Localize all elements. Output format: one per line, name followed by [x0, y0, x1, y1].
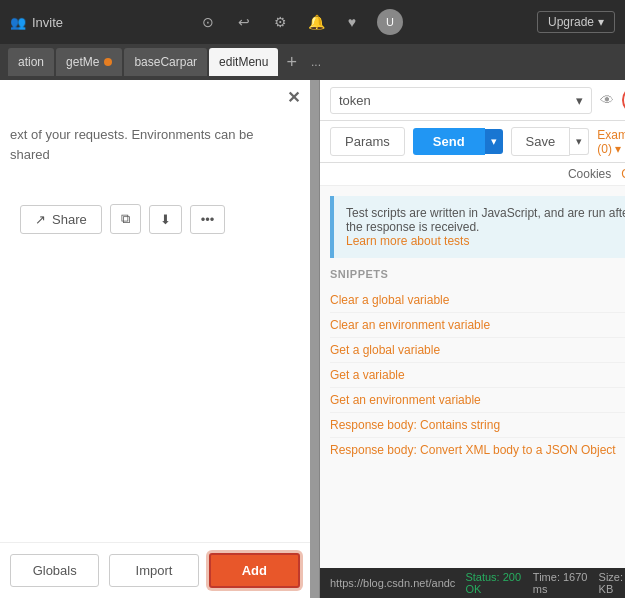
learn-more-link[interactable]: Learn more about tests	[346, 234, 469, 248]
upgrade-button[interactable]: Upgrade ▾	[537, 11, 615, 33]
avatar[interactable]: U	[377, 9, 403, 35]
status-url: https://blog.csdn.net/andc	[330, 577, 455, 589]
eye-icon: 👁	[600, 92, 614, 108]
tab-editmenu[interactable]: editMenu	[209, 48, 278, 76]
copy-icon: ⧉	[121, 211, 130, 226]
more-actions-button[interactable]: •••	[190, 205, 226, 234]
status-size: Size: 3.91 KB	[599, 571, 625, 595]
snippet-item[interactable]: Response body: Contains string	[330, 413, 625, 438]
chevron-down-icon: ▾	[598, 15, 604, 29]
status-time: Time: 1670 ms	[533, 571, 589, 595]
modal-actions: ↗ Share ⧉ ⬇ •••	[10, 194, 290, 244]
more-icon: •••	[201, 212, 215, 227]
test-info-box: Test scripts are written in JavaScript, …	[330, 196, 625, 258]
tabbar: ation getMe baseCarpar editMenu + ...	[0, 44, 625, 80]
main-content: ✕ ext of your requests. Environments can…	[0, 80, 625, 598]
examples-link[interactable]: Examples (0) ▾	[597, 128, 625, 156]
token-select[interactable]: token ▾	[330, 87, 592, 114]
snippet-item[interactable]: Clear an environment variable	[330, 313, 625, 338]
modal-backdrop	[310, 80, 320, 598]
snippets-list: Clear a global variable Clear an environ…	[330, 288, 625, 462]
nav-icon-5[interactable]: ♥	[341, 11, 363, 33]
snippet-item[interactable]: Clear a global variable	[330, 288, 625, 313]
send-button-group: Send ▾	[413, 128, 503, 155]
right-panel: token ▾ 👁 ⚙ Params Send ▾ Save ▾	[320, 80, 625, 598]
invite-button[interactable]: 👥 Invite	[10, 15, 63, 30]
nav-icon-3[interactable]: ⚙	[269, 11, 291, 33]
save-dropdown-button[interactable]: ▾	[570, 128, 589, 155]
eye-button[interactable]: 👁	[600, 92, 614, 108]
snippet-item[interactable]: Get a variable	[330, 363, 625, 388]
download-button[interactable]: ⬇	[149, 205, 182, 234]
modal-body-text: ext of your requests. Environments can b…	[10, 125, 290, 164]
new-tab-button[interactable]: +	[280, 51, 303, 73]
tab-getme[interactable]: getMe	[56, 48, 122, 76]
chevron-down-icon: ▾	[576, 135, 582, 147]
download-icon: ⬇	[160, 212, 171, 227]
save-button-group: Save ▾	[511, 127, 590, 156]
share-button[interactable]: ↗ Share	[20, 205, 102, 234]
environment-modal: ✕ ext of your requests. Environments can…	[0, 80, 310, 598]
right-secondary-bar: Cookies Code	[320, 163, 625, 186]
right-toolbar: Params Send ▾ Save ▾ Examples (0) ▾	[320, 121, 625, 163]
right-content: Test scripts are written in JavaScript, …	[320, 186, 625, 568]
tab-basecarpari[interactable]: baseCarpar	[124, 48, 207, 76]
send-dropdown-button[interactable]: ▾	[485, 129, 503, 154]
more-tabs-button[interactable]: ...	[305, 53, 327, 71]
snippet-item[interactable]: Get a global variable	[330, 338, 625, 363]
copy-button[interactable]: ⧉	[110, 204, 141, 234]
chevron-down-icon: ▾	[615, 142, 621, 156]
import-button[interactable]: Import	[109, 554, 198, 587]
right-top-bar: token ▾ 👁 ⚙	[320, 80, 625, 121]
snippets-label: SNIPPETS	[330, 268, 625, 280]
nav-icon-1[interactable]: ⊙	[197, 11, 219, 33]
status-bar: https://blog.csdn.net/andc Status: 200 O…	[320, 568, 625, 598]
invite-icon: 👥	[10, 15, 26, 30]
status-ok: Status: 200 OK	[465, 571, 522, 595]
cookies-link[interactable]: Cookies	[568, 167, 611, 181]
nav-icon-4[interactable]: 🔔	[305, 11, 327, 33]
nav-icon-2[interactable]: ↩	[233, 11, 255, 33]
snippet-item[interactable]: Get an environment variable	[330, 388, 625, 413]
snippet-item[interactable]: Response body: Convert XML body to a JSO…	[330, 438, 625, 462]
navbar-center: ⊙ ↩ ⚙ 🔔 ♥ U	[73, 9, 527, 35]
add-button[interactable]: Add	[209, 553, 300, 588]
globals-button[interactable]: Globals	[10, 554, 99, 587]
chevron-down-icon: ▾	[576, 93, 583, 108]
modal-footer: Globals Import Add	[0, 542, 310, 598]
navbar: 👥 Invite ⊙ ↩ ⚙ 🔔 ♥ U Upgrade ▾	[0, 0, 625, 44]
send-button[interactable]: Send	[413, 128, 485, 155]
tab-dot	[104, 58, 112, 66]
modal-header: ✕	[0, 80, 310, 115]
params-button[interactable]: Params	[330, 127, 405, 156]
left-panel: ✕ ext of your requests. Environments can…	[0, 80, 320, 598]
code-link[interactable]: Code	[621, 167, 625, 181]
chevron-down-icon: ▾	[491, 135, 497, 147]
save-button[interactable]: Save	[511, 127, 571, 156]
modal-body: ext of your requests. Environments can b…	[0, 115, 310, 542]
share-icon: ↗	[35, 212, 46, 227]
tab-ation[interactable]: ation	[8, 48, 54, 76]
modal-close-button[interactable]: ✕	[287, 88, 300, 107]
